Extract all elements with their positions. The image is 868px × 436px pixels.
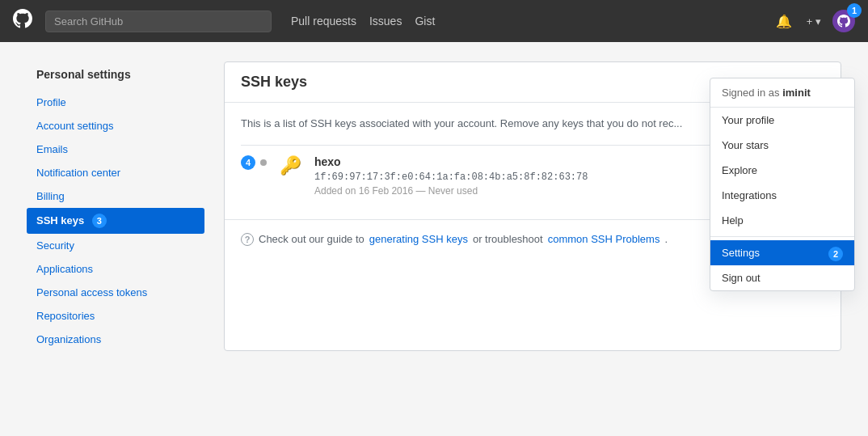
sidebar-item-ssh-keys[interactable]: SSH keys 3 xyxy=(27,208,204,234)
ssh-keys-badge: 3 xyxy=(92,214,107,228)
header-right: 🔔 + ▾ 1 xyxy=(773,10,855,32)
sidebar-item-applications[interactable]: Applications xyxy=(27,257,204,281)
common-ssh-problems-link[interactable]: common SSH Problems xyxy=(548,233,660,245)
help-text: Check out our guide to xyxy=(259,233,364,245)
help-icon: ? xyxy=(241,233,254,246)
sidebar-item-notification-center[interactable]: Notification center xyxy=(27,161,204,184)
sidebar-item-profile[interactable]: Profile xyxy=(27,91,204,114)
user-dropdown: Signed in as iminit Your profile Your st… xyxy=(710,78,855,291)
dropdown-settings[interactable]: Settings 2 xyxy=(710,240,854,265)
generating-ssh-keys-link[interactable]: generating SSH keys xyxy=(369,233,468,245)
dropdown-sign-out[interactable]: Sign out xyxy=(710,265,854,290)
key-badge: 4 xyxy=(241,155,267,170)
help-middle-text: or troubleshoot xyxy=(473,233,543,245)
dropdown-divider xyxy=(710,236,854,237)
dropdown-explore[interactable]: Explore xyxy=(710,158,854,183)
nav-pull-requests[interactable]: Pull requests xyxy=(291,15,356,28)
help-end: . xyxy=(664,233,668,245)
sidebar-item-security[interactable]: Security xyxy=(27,234,204,257)
dropdown-help[interactable]: Help xyxy=(710,208,854,233)
avatar-badge: 1 xyxy=(847,3,862,18)
sidebar-item-billing[interactable]: Billing xyxy=(27,184,204,208)
key-icon: 🔑 xyxy=(280,155,301,176)
sidebar-item-personal-access-tokens[interactable]: Personal access tokens xyxy=(27,281,204,304)
create-icon[interactable]: + ▾ xyxy=(803,12,824,31)
nav-gist[interactable]: Gist xyxy=(415,15,435,28)
settings-badge: 2 xyxy=(828,247,843,261)
notifications-icon[interactable]: 🔔 xyxy=(773,11,795,32)
dropdown-your-stars[interactable]: Your stars xyxy=(710,133,854,158)
dropdown-username: iminit xyxy=(782,87,811,99)
avatar-button[interactable]: 1 xyxy=(832,10,855,32)
sidebar-title: Personal settings xyxy=(27,61,204,87)
key-fingerprint: 1f:69:97:17:3f:e0:64:1a:fa:08:4b:a5:8f:8… xyxy=(314,171,588,183)
dropdown-your-profile[interactable]: Your profile xyxy=(710,108,854,133)
header: Pull requests Issues Gist 🔔 + ▾ 1 xyxy=(0,0,868,42)
github-logo[interactable] xyxy=(13,9,32,33)
nav-issues[interactable]: Issues xyxy=(369,15,402,28)
key-meta: Added on 16 Feb 2016 — Never used xyxy=(314,185,588,197)
sidebar-item-account-settings[interactable]: Account settings xyxy=(27,114,204,138)
key-info: hexo 1f:69:97:17:3f:e0:64:1a:fa:08:4b:a5… xyxy=(314,155,588,197)
sidebar-item-organizations[interactable]: Organizations xyxy=(27,328,204,351)
key-number-badge: 4 xyxy=(241,155,255,170)
sidebar-item-emails[interactable]: Emails xyxy=(27,138,204,161)
sidebar-item-repositories[interactable]: Repositories xyxy=(27,304,204,328)
key-status-dot xyxy=(260,159,267,166)
main-nav: Pull requests Issues Gist xyxy=(291,15,435,28)
key-name: hexo xyxy=(314,155,588,168)
dropdown-integrations[interactable]: Integrations xyxy=(710,183,854,208)
sidebar: Personal settings Profile Account settin… xyxy=(27,61,204,351)
dropdown-header: Signed in as iminit xyxy=(710,78,854,108)
search-input[interactable] xyxy=(45,11,272,32)
